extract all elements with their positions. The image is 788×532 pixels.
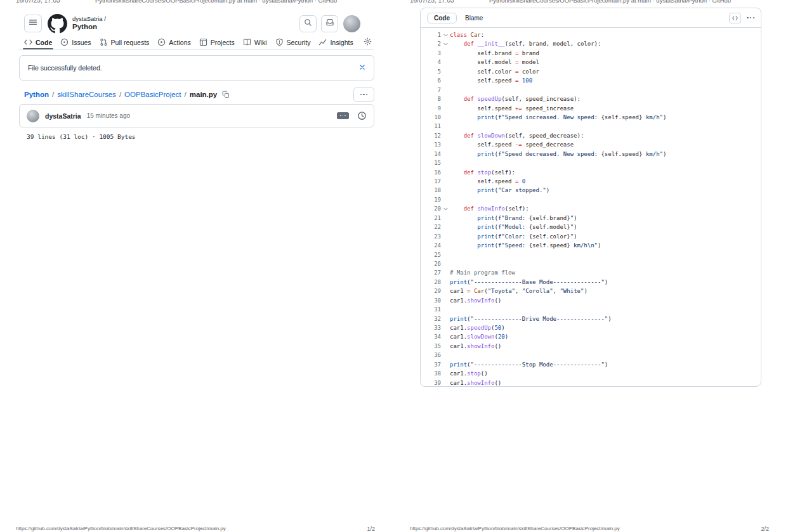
- code-line: 9 self.speed += speed_increase: [421, 104, 761, 113]
- history-icon[interactable]: [357, 111, 367, 120]
- line-number[interactable]: 34: [421, 332, 441, 341]
- line-number[interactable]: 15: [421, 159, 441, 167]
- line-number[interactable]: 24: [421, 241, 441, 250]
- line-number[interactable]: 1: [421, 30, 441, 39]
- code-text: self.speed = 0: [450, 177, 525, 186]
- print-header: 16/07/25, 17:03 Python/skillShareCourses…: [0, 0, 394, 4]
- line-number[interactable]: 25: [421, 250, 441, 259]
- code-line: 26: [421, 259, 761, 268]
- github-logo-icon[interactable]: [48, 14, 67, 34]
- copy-path-button[interactable]: [222, 91, 230, 98]
- line-number[interactable]: 5: [421, 67, 441, 76]
- fold-chevron-down-icon[interactable]: [441, 39, 450, 48]
- repo-header: dystaSatria / Python: [24, 11, 360, 36]
- tab-code[interactable]: Code: [427, 13, 457, 23]
- fold-spacer: [441, 278, 450, 287]
- tab-blame[interactable]: Blame: [465, 15, 483, 22]
- line-number[interactable]: 30: [421, 296, 441, 305]
- code-lines: 1class Car:2 def __init__(self, brand, m…: [421, 28, 761, 387]
- line-number[interactable]: 23: [421, 232, 441, 241]
- tab-label: Wiki: [254, 39, 267, 46]
- tab-projects[interactable]: Projects: [199, 36, 235, 49]
- line-number[interactable]: 6: [421, 76, 441, 85]
- line-number[interactable]: 22: [421, 223, 441, 231]
- line-number[interactable]: 19: [421, 195, 441, 204]
- line-number[interactable]: 35: [421, 342, 441, 351]
- line-number[interactable]: 29: [421, 287, 441, 295]
- breadcrumb-oopbasicproject[interactable]: OOPBasicProject: [124, 91, 181, 98]
- line-number[interactable]: 38: [421, 369, 441, 378]
- tab-settings[interactable]: [364, 36, 372, 49]
- line-number[interactable]: 12: [421, 131, 441, 140]
- breadcrumb-python[interactable]: Python: [24, 91, 49, 98]
- print-page-2: 16/07/25, 17:03 Python/skillShareCourses…: [394, 0, 788, 532]
- print-datetime: 16/07/25, 17:03: [16, 0, 60, 4]
- commit-author[interactable]: dystaSatria: [45, 112, 81, 120]
- line-number[interactable]: 9: [421, 104, 441, 113]
- commit-author-avatar[interactable]: [27, 110, 39, 122]
- tab-wiki[interactable]: Wiki: [243, 36, 267, 49]
- code-more-options-button[interactable]: [747, 17, 754, 18]
- line-number[interactable]: 26: [421, 259, 441, 268]
- line-number[interactable]: 10: [421, 113, 441, 122]
- tab-actions[interactable]: Actions: [157, 36, 190, 49]
- line-number[interactable]: 33: [421, 323, 441, 332]
- symbols-panel-button[interactable]: [729, 13, 741, 23]
- search-button[interactable]: [299, 15, 317, 32]
- code-line: 18 print("Car stopped."): [421, 186, 761, 195]
- commit-time[interactable]: 15 minutes ago: [87, 112, 130, 119]
- fold-chevron-down-icon[interactable]: [441, 204, 450, 213]
- line-number[interactable]: 11: [421, 122, 441, 131]
- hamburger-button[interactable]: [24, 15, 42, 32]
- repo-owner[interactable]: dystaSatria /: [72, 15, 106, 22]
- code-line: 38car1.stop(): [421, 369, 761, 378]
- tab-label: Insights: [330, 39, 353, 46]
- breadcrumb-skillsharecourses[interactable]: skillShareCourses: [57, 91, 116, 98]
- line-number[interactable]: 37: [421, 360, 441, 369]
- code-line: 13 self.speed -= speed_decrease: [421, 140, 761, 149]
- code-text: print("--------------Stop Mode----------…: [450, 360, 608, 369]
- line-number[interactable]: 3: [421, 49, 441, 58]
- tab-code[interactable]: Code: [24, 36, 52, 49]
- repo-name[interactable]: Python: [72, 23, 106, 32]
- line-number[interactable]: 17: [421, 177, 441, 186]
- code-line: 24 print(f"Speed: {self.speed} km/h\n"): [421, 241, 761, 250]
- tab-security[interactable]: Security: [275, 36, 311, 49]
- line-number[interactable]: 16: [421, 168, 441, 177]
- tab-label: Issues: [72, 39, 91, 46]
- line-number[interactable]: 20: [421, 204, 441, 213]
- line-number[interactable]: 14: [421, 150, 441, 159]
- code-line: 2 def __init__(self, brand, model, color…: [421, 39, 761, 48]
- code-line: 21 print(f"Brand: {self.brand}"): [421, 214, 761, 223]
- tab-pull-requests[interactable]: Pull requests: [100, 36, 150, 49]
- more-options-button[interactable]: [353, 87, 374, 102]
- line-number[interactable]: 4: [421, 58, 441, 67]
- line-number[interactable]: 39: [421, 379, 441, 387]
- line-number[interactable]: 2: [421, 39, 441, 48]
- tab-insights[interactable]: Insights: [318, 36, 353, 49]
- line-number[interactable]: 21: [421, 214, 441, 223]
- line-number[interactable]: 32: [421, 315, 441, 323]
- line-number[interactable]: 7: [421, 86, 441, 94]
- code-line: 3 self.brand = brand: [421, 49, 761, 58]
- code-text: class Car:: [450, 30, 484, 39]
- line-number[interactable]: 36: [421, 351, 441, 360]
- line-number[interactable]: 28: [421, 278, 441, 287]
- commit-message-ellipsis-button[interactable]: [337, 112, 349, 119]
- line-number[interactable]: 31: [421, 305, 441, 314]
- fold-chevron-down-icon[interactable]: [441, 30, 450, 39]
- line-number[interactable]: 27: [421, 268, 441, 277]
- code-text: print(f"Model: {self.model}"): [450, 223, 577, 231]
- inbox-button[interactable]: [321, 15, 338, 32]
- tab-issues[interactable]: Issues: [60, 36, 91, 49]
- fold-spacer: [441, 241, 450, 250]
- tab-label: Pull requests: [111, 39, 150, 46]
- line-number[interactable]: 18: [421, 186, 441, 195]
- line-number[interactable]: 13: [421, 140, 441, 149]
- fold-spacer: [441, 287, 450, 295]
- code-text: car1.showInfo(): [450, 379, 501, 387]
- banner-close-button[interactable]: [359, 64, 365, 72]
- user-avatar[interactable]: [343, 15, 360, 32]
- line-number[interactable]: 8: [421, 94, 441, 103]
- code-line: 20 def showInfo(self):: [421, 204, 761, 213]
